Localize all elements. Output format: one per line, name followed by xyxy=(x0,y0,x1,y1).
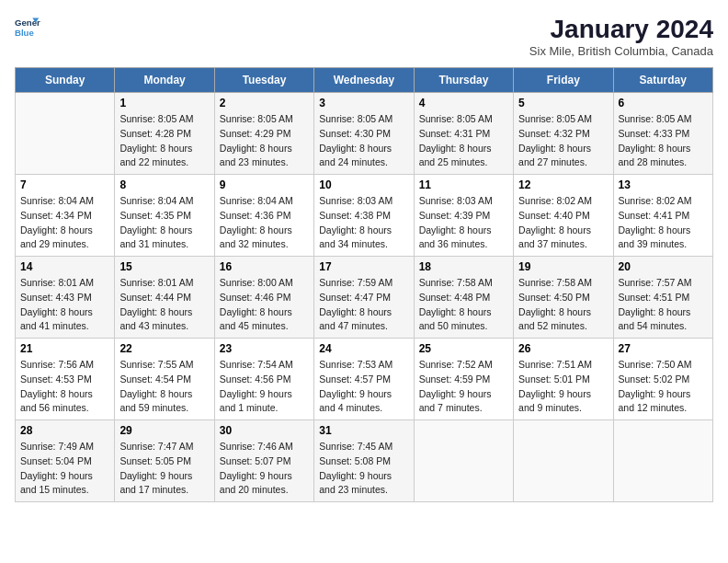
cell-1-5: 4Sunrise: 8:05 AMSunset: 4:31 PMDaylight… xyxy=(414,93,513,175)
cell-5-5 xyxy=(414,420,513,502)
day-info: Sunrise: 7:52 AMSunset: 4:59 PMDaylight:… xyxy=(419,358,508,416)
cell-5-1: 28Sunrise: 7:49 AMSunset: 5:04 PMDayligh… xyxy=(16,420,115,502)
cell-1-1 xyxy=(16,93,115,175)
day-number: 21 xyxy=(20,342,109,355)
day-number: 27 xyxy=(619,342,708,355)
day-number: 23 xyxy=(220,342,309,355)
day-number: 9 xyxy=(220,178,309,191)
cell-1-2: 1Sunrise: 8:05 AMSunset: 4:28 PMDaylight… xyxy=(115,93,214,175)
cell-2-6: 12Sunrise: 8:02 AMSunset: 4:40 PMDayligh… xyxy=(514,175,613,257)
day-info: Sunrise: 8:02 AMSunset: 4:40 PMDaylight:… xyxy=(518,194,608,252)
week-row-4: 21Sunrise: 7:56 AMSunset: 4:53 PMDayligh… xyxy=(16,339,713,420)
cell-1-6: 5Sunrise: 8:05 AMSunset: 4:32 PMDaylight… xyxy=(514,93,613,175)
day-number: 31 xyxy=(319,424,408,437)
cell-4-4: 24Sunrise: 7:53 AMSunset: 4:57 PMDayligh… xyxy=(314,339,414,420)
day-info: Sunrise: 8:05 AMSunset: 4:30 PMDaylight:… xyxy=(319,112,408,170)
cell-4-3: 23Sunrise: 7:54 AMSunset: 4:56 PMDayligh… xyxy=(214,339,313,420)
cell-2-2: 8Sunrise: 8:04 AMSunset: 4:35 PMDaylight… xyxy=(115,175,214,257)
cell-1-4: 3Sunrise: 8:05 AMSunset: 4:30 PMDaylight… xyxy=(314,93,414,175)
day-number: 10 xyxy=(319,178,408,191)
day-info: Sunrise: 8:04 AMSunset: 4:36 PMDaylight:… xyxy=(220,194,309,252)
day-number: 13 xyxy=(619,178,708,191)
day-number: 3 xyxy=(319,97,408,109)
day-number: 19 xyxy=(518,260,608,273)
day-info: Sunrise: 7:47 AMSunset: 5:05 PMDaylight:… xyxy=(119,440,209,498)
week-row-5: 28Sunrise: 7:49 AMSunset: 5:04 PMDayligh… xyxy=(16,420,713,502)
calendar-table: Sunday Monday Tuesday Wednesday Thursday… xyxy=(15,67,713,502)
day-info: Sunrise: 7:58 AMSunset: 4:48 PMDaylight:… xyxy=(419,276,508,334)
day-info: Sunrise: 7:59 AMSunset: 4:47 PMDaylight:… xyxy=(319,276,408,334)
page-header: General Blue January 2024 Six Mile, Brit… xyxy=(15,15,713,58)
day-number: 5 xyxy=(518,97,608,109)
day-info: Sunrise: 7:58 AMSunset: 4:50 PMDaylight:… xyxy=(518,276,608,334)
cell-3-1: 14Sunrise: 8:01 AMSunset: 4:43 PMDayligh… xyxy=(16,257,115,339)
page-container: General Blue January 2024 Six Mile, Brit… xyxy=(15,15,713,502)
day-info: Sunrise: 8:02 AMSunset: 4:41 PMDaylight:… xyxy=(619,194,708,252)
day-number: 11 xyxy=(419,178,508,191)
day-number: 1 xyxy=(119,97,209,109)
day-info: Sunrise: 8:04 AMSunset: 4:35 PMDaylight:… xyxy=(119,194,209,252)
day-info: Sunrise: 7:45 AMSunset: 5:08 PMDaylight:… xyxy=(319,440,408,498)
day-info: Sunrise: 8:00 AMSunset: 4:46 PMDaylight:… xyxy=(220,276,309,334)
cell-3-3: 16Sunrise: 8:00 AMSunset: 4:46 PMDayligh… xyxy=(214,257,313,339)
day-info: Sunrise: 7:56 AMSunset: 4:53 PMDaylight:… xyxy=(20,358,109,416)
day-number: 2 xyxy=(220,97,309,109)
cell-3-6: 19Sunrise: 7:58 AMSunset: 4:50 PMDayligh… xyxy=(514,257,613,339)
week-row-1: 1Sunrise: 8:05 AMSunset: 4:28 PMDaylight… xyxy=(16,93,713,175)
day-number: 20 xyxy=(619,260,708,273)
col-saturday: Saturday xyxy=(613,68,712,93)
col-wednesday: Wednesday xyxy=(314,68,414,93)
col-sunday: Sunday xyxy=(16,68,115,93)
cell-2-7: 13Sunrise: 8:02 AMSunset: 4:41 PMDayligh… xyxy=(613,175,712,257)
day-info: Sunrise: 7:55 AMSunset: 4:54 PMDaylight:… xyxy=(119,358,209,416)
day-number: 26 xyxy=(518,342,608,355)
day-info: Sunrise: 7:53 AMSunset: 4:57 PMDaylight:… xyxy=(319,358,408,416)
day-info: Sunrise: 7:54 AMSunset: 4:56 PMDaylight:… xyxy=(220,358,309,416)
col-friday: Friday xyxy=(514,68,613,93)
col-monday: Monday xyxy=(115,68,214,93)
logo-icon: General Blue xyxy=(15,15,40,40)
day-info: Sunrise: 8:05 AMSunset: 4:33 PMDaylight:… xyxy=(619,112,708,170)
cell-3-5: 18Sunrise: 7:58 AMSunset: 4:48 PMDayligh… xyxy=(414,257,513,339)
cell-4-1: 21Sunrise: 7:56 AMSunset: 4:53 PMDayligh… xyxy=(16,339,115,420)
day-number: 25 xyxy=(419,342,508,355)
day-number: 4 xyxy=(419,97,508,109)
cell-2-3: 9Sunrise: 8:04 AMSunset: 4:36 PMDaylight… xyxy=(214,175,313,257)
day-info: Sunrise: 7:51 AMSunset: 5:01 PMDaylight:… xyxy=(518,358,608,416)
day-info: Sunrise: 7:49 AMSunset: 5:04 PMDaylight:… xyxy=(20,440,109,498)
week-row-3: 14Sunrise: 8:01 AMSunset: 4:43 PMDayligh… xyxy=(16,257,713,339)
col-thursday: Thursday xyxy=(414,68,513,93)
day-info: Sunrise: 8:03 AMSunset: 4:39 PMDaylight:… xyxy=(419,194,508,252)
logo: General Blue xyxy=(15,15,40,40)
day-number: 14 xyxy=(20,260,109,273)
cell-4-7: 27Sunrise: 7:50 AMSunset: 5:02 PMDayligh… xyxy=(613,339,712,420)
day-number: 12 xyxy=(518,178,608,191)
calendar-header-row: Sunday Monday Tuesday Wednesday Thursday… xyxy=(16,68,713,93)
cell-1-7: 6Sunrise: 8:05 AMSunset: 4:33 PMDaylight… xyxy=(613,93,712,175)
day-info: Sunrise: 7:46 AMSunset: 5:07 PMDaylight:… xyxy=(220,440,309,498)
day-number: 16 xyxy=(220,260,309,273)
cell-2-5: 11Sunrise: 8:03 AMSunset: 4:39 PMDayligh… xyxy=(414,175,513,257)
cell-1-3: 2Sunrise: 8:05 AMSunset: 4:29 PMDaylight… xyxy=(214,93,313,175)
day-number: 17 xyxy=(319,260,408,273)
day-number: 28 xyxy=(20,424,109,437)
cell-2-1: 7Sunrise: 8:04 AMSunset: 4:34 PMDaylight… xyxy=(16,175,115,257)
cell-5-3: 30Sunrise: 7:46 AMSunset: 5:07 PMDayligh… xyxy=(214,420,313,502)
day-info: Sunrise: 8:04 AMSunset: 4:34 PMDaylight:… xyxy=(20,194,109,252)
day-info: Sunrise: 8:05 AMSunset: 4:32 PMDaylight:… xyxy=(518,112,608,170)
title-block: January 2024 Six Mile, British Columbia,… xyxy=(529,15,713,58)
cell-4-2: 22Sunrise: 7:55 AMSunset: 4:54 PMDayligh… xyxy=(115,339,214,420)
day-info: Sunrise: 8:03 AMSunset: 4:38 PMDaylight:… xyxy=(319,194,408,252)
day-info: Sunrise: 7:50 AMSunset: 5:02 PMDaylight:… xyxy=(619,358,708,416)
cell-5-6 xyxy=(514,420,613,502)
svg-text:Blue: Blue xyxy=(15,28,34,38)
day-number: 15 xyxy=(119,260,209,273)
day-info: Sunrise: 8:05 AMSunset: 4:31 PMDaylight:… xyxy=(419,112,508,170)
col-tuesday: Tuesday xyxy=(214,68,313,93)
cell-3-4: 17Sunrise: 7:59 AMSunset: 4:47 PMDayligh… xyxy=(314,257,414,339)
cell-4-5: 25Sunrise: 7:52 AMSunset: 4:59 PMDayligh… xyxy=(414,339,513,420)
cell-2-4: 10Sunrise: 8:03 AMSunset: 4:38 PMDayligh… xyxy=(314,175,414,257)
cell-5-7 xyxy=(613,420,712,502)
day-number: 18 xyxy=(419,260,508,273)
day-number: 8 xyxy=(119,178,209,191)
